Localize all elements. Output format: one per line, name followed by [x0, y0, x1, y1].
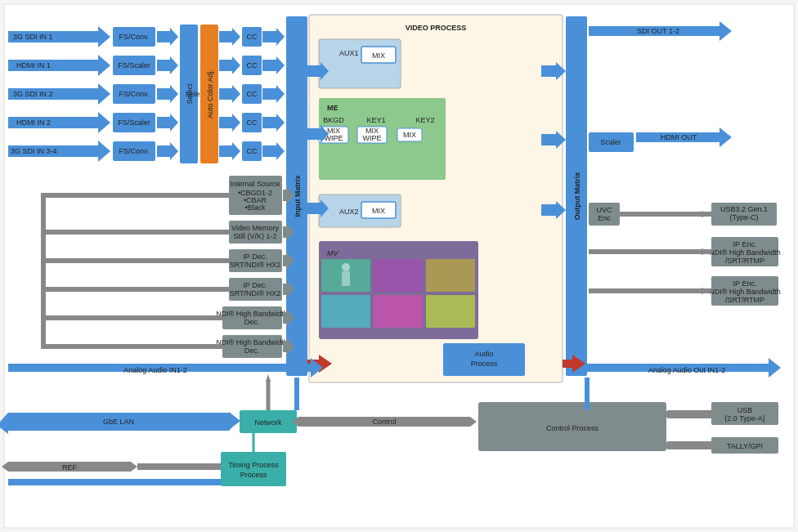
svg-text:CC: CC	[247, 90, 258, 98]
svg-text:HDMI OUT: HDMI OUT	[661, 133, 697, 141]
svg-text:Input Matrix: Input Matrix	[294, 176, 302, 217]
svg-text:IP Dec.: IP Dec.	[243, 281, 267, 289]
svg-text:VIDEO PROCESS: VIDEO PROCESS	[406, 24, 467, 32]
svg-point-127	[342, 263, 350, 271]
svg-text:ME: ME	[327, 104, 338, 112]
svg-text:IP Dec.: IP Dec.	[243, 253, 267, 261]
svg-text:(Type-C): (Type-C)	[729, 213, 758, 221]
svg-text:3G SDI IN 3-4: 3G SDI IN 3-4	[11, 147, 57, 155]
svg-text:3G SDI IN 2: 3G SDI IN 2	[13, 90, 53, 98]
svg-text:NDI® High Bandwidth: NDI® High Bandwidth	[216, 338, 288, 346]
svg-text:/SRT/RTMP: /SRT/RTMP	[725, 296, 764, 304]
svg-text:Control Process: Control Process	[546, 424, 599, 432]
svg-text:Select: Select	[186, 83, 194, 105]
svg-text:KEY1: KEY1	[366, 116, 385, 124]
svg-text:NDI® High Bandwidth: NDI® High Bandwidth	[709, 248, 781, 257]
svg-text:/SRT/RTMP: /SRT/RTMP	[725, 257, 764, 265]
svg-text:Process: Process	[471, 360, 498, 368]
svg-text:CC: CC	[247, 61, 258, 69]
svg-text:CC: CC	[247, 147, 258, 155]
svg-text:USB: USB	[737, 406, 753, 414]
svg-text:Control: Control	[372, 418, 396, 426]
svg-text:Internal Source: Internal Source	[230, 180, 280, 188]
svg-text:BKGD: BKGD	[323, 116, 344, 124]
svg-text:Video Memory: Video Memory	[231, 224, 279, 232]
svg-text:SRT/NDI® HX2: SRT/NDI® HX2	[230, 261, 280, 269]
svg-text:FS/Scaler: FS/Scaler	[118, 118, 150, 127]
svg-text:IP Enc.: IP Enc.	[733, 279, 757, 288]
svg-text:MIX: MIX	[372, 207, 385, 215]
svg-rect-124	[321, 295, 370, 328]
svg-rect-122	[374, 259, 423, 292]
svg-text:(2.0 Type-A): (2.0 Type-A)	[724, 414, 764, 422]
svg-text:TALLY/GPI: TALLY/GPI	[727, 442, 763, 450]
svg-text:IP Enc.: IP Enc.	[733, 240, 757, 248]
svg-text:Analog Audio Out IN1-2: Analog Audio Out IN1-2	[648, 366, 726, 374]
svg-text:HDMI IN 2: HDMI IN 2	[16, 118, 51, 127]
svg-text:Timing
Process: Timing Process	[228, 461, 279, 469]
svg-text:CC: CC	[247, 118, 258, 127]
svg-text:GbE LAN: GbE LAN	[103, 418, 134, 426]
svg-text:•Black: •Black	[244, 203, 266, 212]
svg-text:Analog Audio IN1-2: Analog Audio IN1-2	[123, 366, 187, 374]
svg-text:FS/Conv.: FS/Conv.	[119, 147, 150, 155]
svg-text:REF: REF	[62, 463, 78, 472]
svg-rect-188	[668, 410, 711, 418]
svg-text:3G SDI IN 1: 3G SDI IN 1	[13, 33, 53, 41]
svg-text:CC: CC	[247, 33, 258, 41]
svg-text:FS/Conv.: FS/Conv.	[119, 90, 150, 98]
svg-text:Output Matrix: Output Matrix	[573, 172, 581, 221]
svg-text:WIPE: WIPE	[362, 134, 381, 142]
svg-text:AUX1: AUX1	[339, 49, 359, 57]
svg-text:KEY2: KEY2	[415, 116, 434, 124]
svg-text:Audio: Audio	[474, 350, 493, 358]
svg-text:Dec.: Dec.	[244, 318, 260, 326]
svg-rect-193	[668, 441, 711, 449]
svg-text:Dec.: Dec.	[244, 346, 260, 355]
svg-text:AUX2: AUX2	[339, 208, 359, 216]
svg-text:Still (V/K) 1-2: Still (V/K) 1-2	[233, 232, 276, 240]
svg-text:SRT/NDI® HX2: SRT/NDI® HX2	[230, 289, 280, 297]
svg-text:Process: Process	[240, 471, 267, 479]
svg-text:MIX: MIX	[372, 51, 385, 60]
svg-text:MV: MV	[327, 249, 338, 257]
svg-text:NDI® High Bandwidth: NDI® High Bandwidth	[709, 288, 781, 296]
svg-rect-200	[221, 452, 286, 486]
svg-text:Network: Network	[254, 418, 282, 427]
svg-text:SDI OUT 1-2: SDI OUT 1-2	[637, 27, 679, 35]
svg-text:UVC: UVC	[596, 206, 612, 214]
svg-rect-128	[342, 271, 350, 286]
svg-text:MIX: MIX	[403, 131, 416, 139]
svg-text:HDMI IN 1: HDMI IN 1	[16, 61, 51, 69]
svg-rect-126	[426, 295, 475, 328]
svg-text:Auto Color Adj.: Auto Color Adj.	[206, 69, 214, 118]
svg-text:Scaler: Scaler	[600, 138, 621, 146]
svg-text:Enc: Enc	[598, 214, 611, 222]
svg-rect-125	[374, 295, 423, 328]
svg-text:FS/Scaler: FS/Scaler	[118, 61, 150, 69]
diagram-container: 3G SDI IN 1 HDMI IN 1 3G SDI IN 2 HDMI I…	[0, 0, 798, 532]
svg-rect-123	[426, 259, 475, 292]
svg-text:FS/Conv.: FS/Conv.	[119, 33, 150, 41]
svg-text:USB3.2 Gen.1: USB3.2 Gen.1	[720, 205, 768, 213]
svg-text:NDI® High Bandwidth: NDI® High Bandwidth	[216, 310, 288, 318]
